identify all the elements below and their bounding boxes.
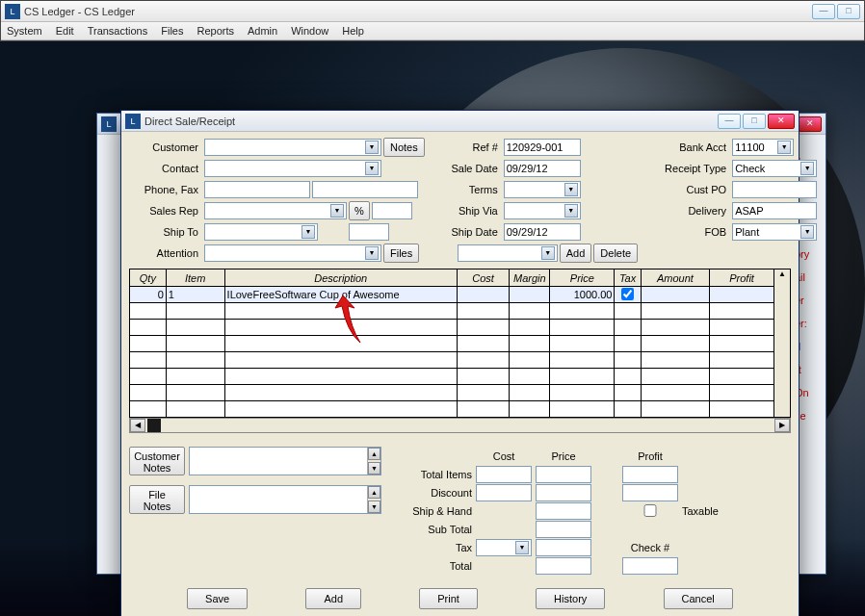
- cell-item[interactable]: 1: [166, 287, 224, 303]
- shipto-extra-input[interactable]: [349, 223, 389, 241]
- contact-combo[interactable]: ▼: [204, 160, 381, 177]
- chevron-down-icon[interactable]: ▼: [365, 162, 379, 175]
- grid-vscroll[interactable]: ▲: [774, 270, 791, 418]
- bankacct-combo[interactable]: 11100▼: [732, 139, 794, 156]
- cell-amount[interactable]: [641, 287, 709, 303]
- fob-combo[interactable]: Plant▼: [732, 223, 817, 241]
- cancel-button[interactable]: Cancel: [664, 588, 733, 609]
- total-price[interactable]: [536, 557, 591, 575]
- table-row[interactable]: [130, 320, 791, 336]
- chevron-down-icon[interactable]: ▼: [800, 225, 814, 239]
- taxable-checkbox[interactable]: [622, 504, 678, 517]
- tax-combo[interactable]: ▼: [476, 539, 532, 556]
- saledate-input[interactable]: [504, 160, 581, 177]
- fax-input[interactable]: [312, 181, 418, 198]
- tax-checkbox[interactable]: [621, 288, 634, 300]
- cell-price[interactable]: 1000.00: [550, 287, 615, 303]
- table-row[interactable]: [130, 385, 791, 401]
- attention-combo[interactable]: ▼: [204, 244, 381, 262]
- files-button[interactable]: Files: [383, 244, 419, 263]
- chevron-down-icon[interactable]: ▼: [564, 183, 578, 196]
- table-row[interactable]: [130, 303, 791, 320]
- col-cost[interactable]: Cost: [457, 270, 510, 287]
- checkno-input[interactable]: [622, 557, 678, 575]
- table-row[interactable]: [130, 369, 791, 385]
- scroll-thumb[interactable]: [147, 419, 161, 432]
- col-profit[interactable]: Profit: [710, 270, 774, 287]
- salesrep-combo[interactable]: ▼: [204, 202, 347, 219]
- chevron-down-icon[interactable]: ▼: [777, 141, 791, 154]
- table-row[interactable]: [130, 352, 791, 369]
- chevron-down-icon[interactable]: ▼: [541, 246, 555, 260]
- shiphand-price[interactable]: [536, 502, 591, 520]
- menu-system[interactable]: System: [7, 25, 42, 37]
- menu-admin[interactable]: Admin: [248, 25, 277, 37]
- customer-notes-button[interactable]: CustomerNotes: [129, 447, 185, 475]
- chevron-down-icon[interactable]: ▼: [800, 162, 814, 175]
- menu-reports[interactable]: Reports: [197, 25, 234, 37]
- notes-button[interactable]: Notes: [383, 138, 425, 157]
- cell-margin[interactable]: [510, 287, 550, 303]
- col-price[interactable]: Price: [550, 270, 615, 287]
- total-items-profit[interactable]: [622, 466, 678, 483]
- total-items-cost[interactable]: [476, 466, 532, 483]
- col-qty[interactable]: Qty: [130, 270, 167, 287]
- custpo-input[interactable]: [732, 181, 817, 198]
- receipttype-combo[interactable]: Check▼: [732, 160, 817, 177]
- phone-input[interactable]: [204, 181, 310, 198]
- menu-files[interactable]: Files: [161, 25, 183, 37]
- customer-notes-textarea[interactable]: ▲▼: [189, 447, 381, 475]
- refno-input[interactable]: [504, 139, 581, 156]
- menu-edit[interactable]: Edit: [56, 25, 74, 37]
- col-description[interactable]: Description: [224, 270, 457, 287]
- chevron-down-icon[interactable]: ▼: [330, 204, 344, 218]
- delete-file-button[interactable]: Delete: [593, 244, 638, 263]
- cell-profit[interactable]: [710, 287, 774, 303]
- percent-input[interactable]: [372, 202, 412, 219]
- history-button[interactable]: History: [536, 588, 605, 609]
- chevron-down-icon[interactable]: ▼: [365, 141, 379, 154]
- terms-combo[interactable]: ▼: [504, 181, 581, 198]
- chevron-down-icon[interactable]: ▼: [365, 246, 379, 260]
- discount-price[interactable]: [536, 484, 591, 501]
- back-close-button[interactable]: ✕: [799, 116, 822, 132]
- table-row[interactable]: 0 1 ILoveFreeSoftware Cup of Awesome 100…: [130, 287, 791, 303]
- col-amount[interactable]: Amount: [641, 270, 709, 287]
- minimize-button[interactable]: —: [812, 4, 835, 19]
- tax-price[interactable]: [536, 539, 591, 556]
- print-button[interactable]: Print: [419, 588, 478, 609]
- scroll-right-icon[interactable]: ▶: [774, 419, 790, 432]
- add-button[interactable]: Add: [305, 588, 361, 609]
- discount-profit[interactable]: [622, 484, 678, 501]
- cell-tax[interactable]: [615, 287, 641, 303]
- subtotal-price[interactable]: [536, 521, 591, 538]
- file-notes-button[interactable]: FileNotes: [129, 485, 185, 514]
- col-tax[interactable]: Tax: [615, 270, 641, 287]
- table-row[interactable]: [130, 336, 791, 352]
- dialog-maximize-button[interactable]: □: [743, 114, 766, 129]
- chevron-down-icon[interactable]: ▼: [301, 225, 315, 239]
- maximize-button[interactable]: □: [837, 4, 860, 19]
- menu-help[interactable]: Help: [342, 25, 364, 37]
- cell-cost[interactable]: [457, 287, 510, 303]
- menu-window[interactable]: Window: [291, 25, 328, 37]
- grid-hscroll[interactable]: ◀ ▶: [129, 418, 791, 433]
- file-notes-textarea[interactable]: ▲▼: [189, 485, 381, 514]
- delivery-input[interactable]: [732, 202, 817, 219]
- files-combo[interactable]: ▼: [458, 244, 558, 262]
- table-row[interactable]: [130, 401, 791, 418]
- menu-transactions[interactable]: Transactions: [88, 25, 148, 37]
- total-items-price[interactable]: [536, 466, 591, 483]
- col-margin[interactable]: Margin: [510, 270, 550, 287]
- cell-desc[interactable]: ILoveFreeSoftware Cup of Awesome: [224, 287, 457, 303]
- col-item[interactable]: Item: [166, 270, 224, 287]
- shipto-combo[interactable]: ▼: [204, 223, 318, 241]
- dialog-minimize-button[interactable]: —: [718, 114, 741, 129]
- chevron-down-icon[interactable]: ▼: [515, 541, 529, 554]
- scroll-left-icon[interactable]: ◀: [130, 419, 145, 432]
- chevron-down-icon[interactable]: ▼: [564, 204, 578, 218]
- dialog-close-button[interactable]: ✕: [768, 114, 795, 129]
- shipvia-combo[interactable]: ▼: [504, 202, 581, 219]
- discount-cost[interactable]: [476, 484, 532, 501]
- add-file-button[interactable]: Add: [560, 244, 592, 263]
